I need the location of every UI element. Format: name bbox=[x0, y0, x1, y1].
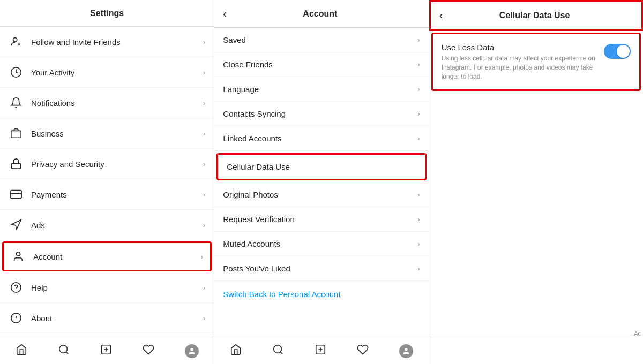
svg-line-19 bbox=[280, 352, 282, 354]
muted-label: Muted Accounts bbox=[223, 239, 417, 248]
cellular-label: Cellular Data Use bbox=[227, 162, 416, 171]
panels-container: Settings Follow and Invite Friends › bbox=[0, 0, 643, 338]
svg-line-13 bbox=[66, 352, 68, 354]
account-chevron: › bbox=[201, 253, 203, 261]
help-icon bbox=[9, 280, 24, 295]
svg-point-0 bbox=[13, 38, 17, 42]
account-item-liked[interactable]: Posts You've Liked › bbox=[214, 256, 428, 281]
liked-label: Posts You've Liked bbox=[223, 264, 417, 273]
photos-label: Original Photos bbox=[223, 190, 417, 199]
account-item-cellular[interactable]: Cellular Data Use bbox=[216, 153, 426, 180]
switch-back-button[interactable]: Switch Back to Personal Account bbox=[223, 290, 340, 299]
svg-point-7 bbox=[11, 283, 21, 292]
follow-label: Follow and Invite Friends bbox=[31, 37, 203, 47]
notifications-chevron: › bbox=[203, 99, 205, 107]
account-header: ‹ Account bbox=[214, 0, 428, 28]
svg-point-12 bbox=[59, 345, 67, 353]
use-less-data-title: Use Less Data bbox=[442, 43, 597, 52]
settings-item-privacy[interactable]: Privacy and Security › bbox=[0, 149, 214, 179]
ads-chevron: › bbox=[203, 221, 205, 229]
privacy-label: Privacy and Security bbox=[31, 160, 203, 169]
linked-chevron: › bbox=[417, 134, 420, 142]
use-less-data-toggle[interactable] bbox=[604, 44, 631, 59]
svg-point-17 bbox=[190, 348, 193, 351]
business-chevron: › bbox=[203, 130, 205, 138]
cellular-bottom-nav bbox=[429, 338, 643, 364]
settings-item-account[interactable]: Account › bbox=[2, 241, 212, 271]
settings-bottom-nav bbox=[0, 338, 214, 364]
follow-icon bbox=[9, 34, 24, 49]
account-item-close-friends[interactable]: Close Friends › bbox=[214, 52, 428, 77]
about-chevron: › bbox=[203, 314, 205, 322]
settings-item-activity[interactable]: Your Activity › bbox=[0, 57, 214, 88]
svg-point-6 bbox=[16, 252, 20, 256]
settings-item-payments[interactable]: Payments › bbox=[0, 179, 214, 210]
settings-nav-heart-icon[interactable] bbox=[143, 344, 154, 359]
settings-nav-search-icon[interactable] bbox=[58, 344, 70, 359]
close-friends-chevron: › bbox=[417, 60, 420, 69]
account-bottom-nav bbox=[214, 338, 429, 364]
payments-label: Payments bbox=[31, 190, 203, 199]
business-label: Business bbox=[31, 129, 203, 138]
follow-chevron: › bbox=[203, 38, 205, 46]
notifications-icon bbox=[9, 95, 24, 110]
liked-chevron: › bbox=[417, 264, 420, 272]
svg-point-23 bbox=[405, 348, 407, 351]
contacts-label: Contacts Syncing bbox=[223, 109, 417, 118]
contacts-chevron: › bbox=[417, 110, 420, 118]
activity-chevron: › bbox=[203, 69, 205, 77]
cellular-content: Use Less Data Using less cellular data m… bbox=[429, 31, 643, 338]
account-item-linked[interactable]: Linked Accounts › bbox=[214, 126, 428, 151]
close-friends-label: Close Friends bbox=[223, 60, 417, 69]
account-item-photos[interactable]: Original Photos › bbox=[214, 183, 428, 207]
account-item-verification[interactable]: Request Verification › bbox=[214, 207, 428, 232]
privacy-chevron: › bbox=[203, 160, 205, 168]
use-less-data-content: Use Less Data Using less cellular data m… bbox=[442, 43, 597, 81]
account-item-contacts[interactable]: Contacts Syncing › bbox=[214, 102, 428, 126]
settings-item-notifications[interactable]: Notifications › bbox=[0, 88, 214, 118]
language-label: Language bbox=[223, 85, 417, 94]
account-nav-home-icon[interactable] bbox=[230, 344, 242, 359]
payments-chevron: › bbox=[203, 191, 205, 199]
photos-chevron: › bbox=[417, 191, 420, 199]
activity-label: Your Activity bbox=[31, 68, 203, 77]
settings-item-about[interactable]: About › bbox=[0, 303, 214, 333]
svg-point-18 bbox=[274, 345, 282, 353]
help-label: Help bbox=[31, 283, 203, 292]
switch-back-container: Switch Back to Personal Account bbox=[214, 281, 428, 308]
settings-nav-add-icon[interactable] bbox=[100, 344, 112, 359]
cellular-panel: ‹ Cellular Data Use Use Less Data Using … bbox=[429, 0, 643, 338]
business-icon bbox=[9, 126, 24, 141]
verification-label: Request Verification bbox=[223, 215, 417, 224]
about-label: About bbox=[31, 314, 203, 323]
account-nav-add-icon[interactable] bbox=[315, 344, 326, 359]
about-icon bbox=[9, 310, 24, 325]
svg-rect-3 bbox=[12, 163, 21, 169]
saved-chevron: › bbox=[417, 36, 420, 44]
account-item-saved[interactable]: Saved › bbox=[214, 28, 428, 52]
account-title: Account bbox=[220, 9, 420, 19]
account-nav-avatar[interactable] bbox=[399, 344, 413, 358]
ads-icon bbox=[9, 217, 24, 232]
account-nav-search-icon[interactable] bbox=[272, 344, 284, 359]
settings-item-follow[interactable]: Follow and Invite Friends › bbox=[0, 27, 214, 57]
settings-content: Follow and Invite Friends › Your Activit… bbox=[0, 27, 214, 338]
activity-icon bbox=[9, 65, 24, 80]
settings-panel: Settings Follow and Invite Friends › bbox=[0, 0, 214, 338]
settings-item-business[interactable]: Business › bbox=[0, 118, 214, 149]
account-content: Saved › Close Friends › Language › Conta… bbox=[214, 28, 428, 338]
account-item-muted[interactable]: Muted Accounts › bbox=[214, 232, 428, 256]
account-item-language[interactable]: Language › bbox=[214, 77, 428, 102]
verification-chevron: › bbox=[417, 215, 420, 223]
svg-rect-2 bbox=[11, 131, 21, 138]
settings-item-help[interactable]: Help › bbox=[0, 272, 214, 303]
logins-section-label: Logins bbox=[0, 333, 214, 338]
bottom-navigation bbox=[0, 338, 643, 364]
help-chevron: › bbox=[203, 284, 205, 292]
ad-watermark: Ac bbox=[634, 330, 641, 337]
settings-nav-home-icon[interactable] bbox=[16, 344, 27, 359]
cellular-header: ‹ Cellular Data Use bbox=[429, 0, 643, 31]
account-nav-heart-icon[interactable] bbox=[357, 344, 369, 359]
settings-item-ads[interactable]: Ads › bbox=[0, 210, 214, 240]
settings-nav-avatar[interactable] bbox=[185, 344, 199, 358]
